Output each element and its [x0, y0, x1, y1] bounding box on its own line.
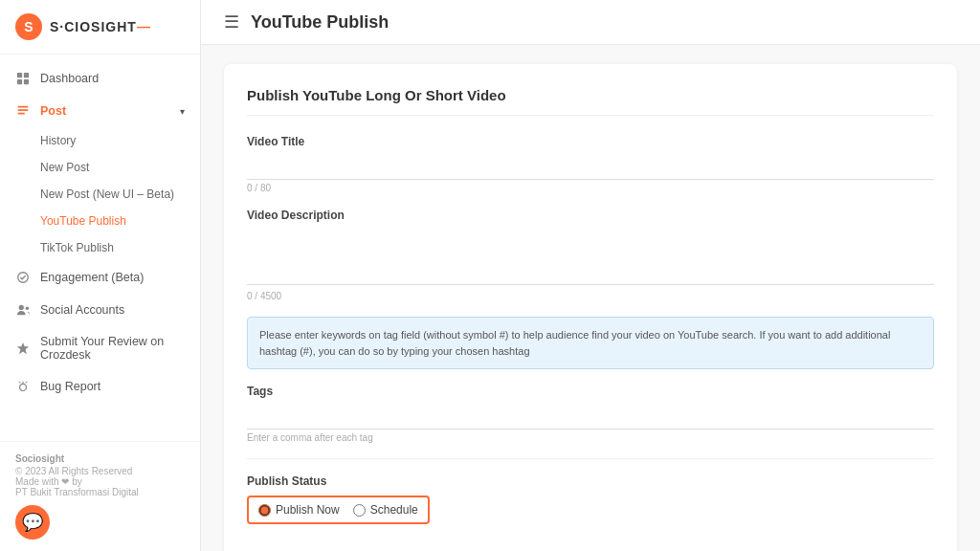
publish-now-label: Publish Now: [276, 503, 340, 517]
tags-input[interactable]: [247, 404, 934, 430]
chevron-down-icon: ▾: [180, 106, 185, 117]
dashboard-label: Dashboard: [40, 72, 99, 85]
review-label: Submit Your Review on Crozdesk: [40, 335, 185, 362]
svg-rect-3: [24, 79, 29, 84]
svg-marker-7: [17, 342, 29, 354]
publish-status-group: Publish Status Publish Now Schedule: [247, 474, 934, 534]
video-description-label: Video Description: [247, 209, 934, 222]
footer-brand: Sociosight: [15, 453, 185, 464]
schedule-radio[interactable]: [353, 504, 366, 517]
sidebar-item-review[interactable]: Submit Your Review on Crozdesk: [0, 326, 200, 370]
sidebar-navigation: Dashboard Post ▾ History New Post New Po…: [0, 55, 200, 441]
tags-hint: Enter a comma after each tag: [247, 432, 934, 443]
post-label: Post: [40, 104, 66, 118]
topbar: ☰ YouTube Publish: [201, 0, 980, 45]
post-section: Post ▾ History New Post New Post (New UI…: [0, 95, 200, 261]
sidebar-footer: Sociosight © 2023 All Rights Reserved Ma…: [0, 441, 200, 551]
logo-text: S·CIOSIGHT—: [50, 19, 151, 34]
page-title: YouTube Publish: [251, 12, 389, 33]
dashboard-icon: [15, 71, 31, 86]
post-children: History New Post New Post (New UI – Beta…: [0, 127, 200, 261]
sidebar-item-post[interactable]: Post ▾: [0, 95, 200, 127]
sidebar: S S·CIOSIGHT— Dashboard Post ▾ History N…: [0, 0, 201, 551]
video-title-label: Video Title: [247, 135, 934, 148]
bug-report-label: Bug Report: [40, 380, 100, 393]
logo: S S·CIOSIGHT—: [0, 0, 200, 55]
svg-rect-2: [17, 79, 22, 84]
post-icon: [15, 103, 31, 119]
video-title-char: 0 / 80: [247, 183, 934, 193]
publish-status-box: Publish Now Schedule: [247, 496, 430, 524]
bug-icon: [15, 379, 31, 394]
sidebar-item-bug-report[interactable]: Bug Report: [0, 370, 200, 403]
video-title-group: Video Title 0 / 80: [247, 135, 934, 193]
video-description-char: 0 / 4500: [247, 291, 934, 301]
footer-copy: © 2023 All Rights Reserved: [15, 466, 185, 476]
schedule-label: Schedule: [370, 503, 418, 517]
video-title-input[interactable]: [247, 154, 934, 180]
svg-rect-1: [24, 73, 29, 77]
social-accounts-label: Social Accounts: [40, 303, 124, 317]
svg-rect-0: [17, 73, 22, 77]
sidebar-child-youtube-publish[interactable]: YouTube Publish: [0, 208, 200, 234]
hamburger-icon[interactable]: ☰: [224, 11, 239, 33]
engagement-label: Engagement (Beta): [40, 271, 144, 284]
card-title: Publish YouTube Long Or Short Video: [247, 87, 934, 116]
divider-1: [247, 458, 934, 459]
chat-button[interactable]: 💬: [15, 505, 50, 540]
schedule-option[interactable]: Schedule: [353, 503, 418, 517]
publish-now-option[interactable]: Publish Now: [258, 503, 340, 517]
tags-label: Tags: [247, 385, 934, 398]
social-accounts-icon: [15, 302, 31, 318]
footer-company: PT Bukit Transformasi Digital: [15, 487, 185, 497]
video-description-group: Video Description 0 / 4500: [247, 209, 934, 301]
sidebar-child-tiktok-publish[interactable]: TikTok Publish: [0, 234, 200, 261]
sidebar-item-social-accounts[interactable]: Social Accounts: [0, 294, 200, 326]
content-area: Publish YouTube Long Or Short Video Vide…: [201, 45, 980, 551]
publish-card: Publish YouTube Long Or Short Video Vide…: [224, 64, 957, 551]
info-box: Please enter keywords on tag field (with…: [247, 317, 934, 369]
sidebar-item-dashboard[interactable]: Dashboard: [0, 62, 200, 95]
publish-now-radio[interactable]: [258, 504, 271, 517]
main-content: ☰ YouTube Publish Publish YouTube Long O…: [201, 0, 980, 551]
svg-point-8: [20, 384, 27, 390]
tags-group: Tags Enter a comma after each tag: [247, 385, 934, 443]
sidebar-child-history[interactable]: History: [0, 127, 200, 154]
publish-status-label: Publish Status: [247, 474, 934, 488]
logo-icon: S: [15, 13, 42, 40]
svg-point-5: [19, 305, 24, 310]
footer-made-with: Made with ❤ by: [15, 476, 185, 487]
svg-point-6: [26, 307, 30, 311]
sidebar-child-new-post[interactable]: New Post: [0, 154, 200, 181]
engagement-icon: [15, 270, 31, 285]
sidebar-child-new-post-beta[interactable]: New Post (New UI – Beta): [0, 181, 200, 208]
sidebar-item-engagement[interactable]: Engagement (Beta): [0, 261, 200, 294]
video-description-input[interactable]: [247, 228, 934, 285]
star-icon: [15, 341, 31, 356]
